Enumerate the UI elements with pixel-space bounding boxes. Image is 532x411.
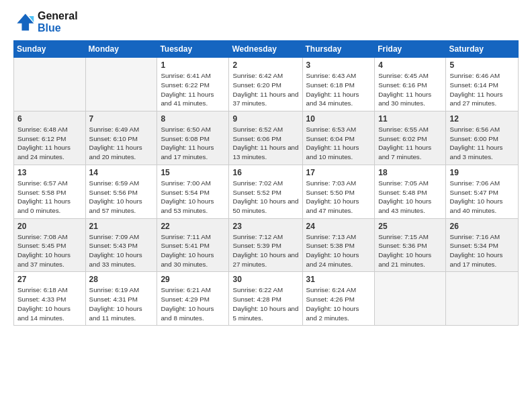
day-info: Sunrise: 6:49 AMSunset: 6:10 PMDaylight:…: [89, 125, 154, 162]
calendar-week-row: 27Sunrise: 6:18 AMSunset: 4:33 PMDayligh…: [14, 272, 519, 326]
day-info: Sunrise: 6:24 AMSunset: 4:26 PMDaylight:…: [306, 285, 371, 322]
day-number: 7: [89, 114, 154, 124]
day-info: Sunrise: 6:42 AMSunset: 6:20 PMDaylight:…: [232, 71, 298, 108]
day-header-wednesday: Wednesday: [229, 41, 302, 58]
day-info: Sunrise: 6:43 AMSunset: 6:18 PMDaylight:…: [306, 71, 371, 108]
calendar-cell: 19Sunrise: 7:06 AMSunset: 5:47 PMDayligh…: [446, 165, 519, 218]
calendar-cell: 17Sunrise: 7:03 AMSunset: 5:50 PMDayligh…: [302, 165, 375, 218]
calendar-cell: 2Sunrise: 6:42 AMSunset: 6:20 PMDaylight…: [229, 58, 302, 111]
day-number: 22: [161, 222, 225, 231]
day-number: 26: [449, 222, 515, 231]
day-number: 12: [449, 114, 515, 124]
day-number: 3: [306, 60, 371, 70]
calendar-cell: 5Sunrise: 6:46 AMSunset: 6:14 PMDaylight…: [446, 58, 519, 111]
calendar-cell: 18Sunrise: 7:05 AMSunset: 5:48 PMDayligh…: [375, 165, 446, 218]
day-header-friday: Friday: [375, 41, 446, 58]
day-info: Sunrise: 6:59 AMSunset: 5:56 PMDaylight:…: [89, 179, 154, 216]
calendar-week-row: 1Sunrise: 6:41 AMSunset: 6:22 PMDaylight…: [14, 58, 519, 111]
day-info: Sunrise: 7:02 AMSunset: 5:52 PMDaylight:…: [232, 179, 298, 216]
day-info: Sunrise: 6:46 AMSunset: 6:14 PMDaylight:…: [449, 71, 515, 108]
day-info: Sunrise: 6:50 AMSunset: 6:08 PMDaylight:…: [161, 125, 225, 162]
calendar-cell: 3Sunrise: 6:43 AMSunset: 6:18 PMDaylight…: [302, 58, 375, 111]
header: General Blue: [13, 10, 519, 34]
calendar-cell: 23Sunrise: 7:12 AMSunset: 5:39 PMDayligh…: [229, 218, 302, 272]
day-number: 1: [161, 60, 225, 70]
day-info: Sunrise: 6:41 AMSunset: 6:22 PMDaylight:…: [161, 71, 225, 108]
logo: General Blue: [13, 10, 78, 34]
day-info: Sunrise: 7:16 AMSunset: 5:34 PMDaylight:…: [449, 232, 515, 269]
day-number: 21: [89, 222, 154, 231]
calendar-cell: [85, 58, 157, 111]
day-number: 2: [232, 60, 298, 70]
calendar-cell: 31Sunrise: 6:24 AMSunset: 4:26 PMDayligh…: [302, 272, 375, 326]
day-number: 28: [89, 275, 154, 284]
calendar-cell: 8Sunrise: 6:50 AMSunset: 6:08 PMDaylight…: [157, 111, 229, 165]
calendar-cell: 15Sunrise: 7:00 AMSunset: 5:54 PMDayligh…: [157, 165, 229, 218]
day-info: Sunrise: 6:53 AMSunset: 6:04 PMDaylight:…: [306, 125, 371, 162]
day-header-saturday: Saturday: [446, 41, 519, 58]
day-info: Sunrise: 7:08 AMSunset: 5:45 PMDaylight:…: [17, 232, 82, 269]
calendar-week-row: 13Sunrise: 6:57 AMSunset: 5:58 PMDayligh…: [14, 165, 519, 218]
calendar-cell: 25Sunrise: 7:15 AMSunset: 5:36 PMDayligh…: [375, 218, 446, 272]
calendar-cell: [375, 272, 446, 326]
day-number: 29: [161, 275, 225, 284]
calendar-cell: 22Sunrise: 7:11 AMSunset: 5:41 PMDayligh…: [157, 218, 229, 272]
calendar-cell: 30Sunrise: 6:22 AMSunset: 4:28 PMDayligh…: [229, 272, 302, 326]
day-number: 13: [17, 168, 82, 177]
day-info: Sunrise: 6:48 AMSunset: 6:12 PMDaylight:…: [17, 125, 82, 162]
calendar-cell: 9Sunrise: 6:52 AMSunset: 6:06 PMDaylight…: [229, 111, 302, 165]
calendar-cell: 27Sunrise: 6:18 AMSunset: 4:33 PMDayligh…: [14, 272, 86, 326]
calendar-cell: 21Sunrise: 7:09 AMSunset: 5:43 PMDayligh…: [85, 218, 157, 272]
calendar-cell: [14, 58, 86, 111]
calendar-cell: 12Sunrise: 6:56 AMSunset: 6:00 PMDayligh…: [446, 111, 519, 165]
day-info: Sunrise: 6:45 AMSunset: 6:16 PMDaylight:…: [378, 71, 442, 108]
day-number: 25: [378, 222, 442, 231]
calendar-cell: 11Sunrise: 6:55 AMSunset: 6:02 PMDayligh…: [375, 111, 446, 165]
calendar-cell: 1Sunrise: 6:41 AMSunset: 6:22 PMDaylight…: [157, 58, 229, 111]
day-header-tuesday: Tuesday: [157, 41, 229, 58]
day-number: 18: [378, 168, 442, 177]
day-info: Sunrise: 6:52 AMSunset: 6:06 PMDaylight:…: [232, 125, 298, 162]
day-number: 14: [89, 168, 154, 177]
day-number: 15: [161, 168, 225, 177]
day-number: 30: [232, 275, 298, 284]
calendar-cell: 14Sunrise: 6:59 AMSunset: 5:56 PMDayligh…: [85, 165, 157, 218]
day-info: Sunrise: 7:09 AMSunset: 5:43 PMDaylight:…: [89, 232, 154, 269]
day-header-sunday: Sunday: [14, 41, 86, 58]
calendar-cell: 26Sunrise: 7:16 AMSunset: 5:34 PMDayligh…: [446, 218, 519, 272]
day-info: Sunrise: 6:55 AMSunset: 6:02 PMDaylight:…: [378, 125, 442, 162]
day-info: Sunrise: 7:00 AMSunset: 5:54 PMDaylight:…: [161, 179, 225, 216]
day-info: Sunrise: 6:57 AMSunset: 5:58 PMDaylight:…: [17, 179, 82, 216]
calendar-cell: 4Sunrise: 6:45 AMSunset: 6:16 PMDaylight…: [375, 58, 446, 111]
day-info: Sunrise: 6:18 AMSunset: 4:33 PMDaylight:…: [17, 285, 82, 322]
day-number: 24: [306, 222, 371, 231]
day-info: Sunrise: 7:06 AMSunset: 5:47 PMDaylight:…: [449, 179, 515, 216]
day-header-thursday: Thursday: [302, 41, 375, 58]
logo-icon: [13, 11, 35, 33]
day-info: Sunrise: 7:12 AMSunset: 5:39 PMDaylight:…: [232, 232, 298, 269]
day-info: Sunrise: 6:21 AMSunset: 4:29 PMDaylight:…: [161, 285, 225, 322]
day-number: 5: [449, 60, 515, 70]
day-number: 27: [17, 275, 82, 284]
logo-text: General Blue: [38, 10, 78, 34]
calendar-cell: 13Sunrise: 6:57 AMSunset: 5:58 PMDayligh…: [14, 165, 86, 218]
day-number: 10: [306, 114, 371, 124]
day-info: Sunrise: 6:56 AMSunset: 6:00 PMDaylight:…: [449, 125, 515, 162]
calendar-cell: 24Sunrise: 7:13 AMSunset: 5:38 PMDayligh…: [302, 218, 375, 272]
day-number: 11: [378, 114, 442, 124]
calendar-cell: 28Sunrise: 6:19 AMSunset: 4:31 PMDayligh…: [85, 272, 157, 326]
day-number: 31: [306, 275, 371, 284]
day-number: 6: [17, 114, 82, 124]
day-number: 16: [232, 168, 298, 177]
calendar-week-row: 6Sunrise: 6:48 AMSunset: 6:12 PMDaylight…: [14, 111, 519, 165]
calendar-cell: 10Sunrise: 6:53 AMSunset: 6:04 PMDayligh…: [302, 111, 375, 165]
calendar-cell: [446, 272, 519, 326]
day-number: 17: [306, 168, 371, 177]
day-info: Sunrise: 7:13 AMSunset: 5:38 PMDaylight:…: [306, 232, 371, 269]
day-header-monday: Monday: [85, 41, 157, 58]
day-info: Sunrise: 7:11 AMSunset: 5:41 PMDaylight:…: [161, 232, 225, 269]
calendar-cell: 7Sunrise: 6:49 AMSunset: 6:10 PMDaylight…: [85, 111, 157, 165]
day-info: Sunrise: 7:05 AMSunset: 5:48 PMDaylight:…: [378, 179, 442, 216]
calendar-week-row: 20Sunrise: 7:08 AMSunset: 5:45 PMDayligh…: [14, 218, 519, 272]
page: General Blue SundayMondayTuesdayWednesda…: [0, 0, 532, 411]
